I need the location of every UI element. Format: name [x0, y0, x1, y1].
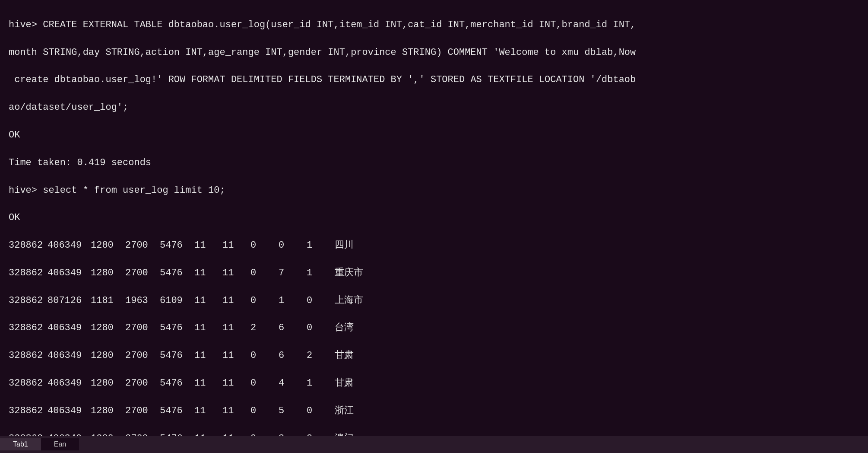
terminal-line: ao/dataset/user_log'; — [9, 101, 859, 115]
table-cell: 0 — [250, 349, 279, 363]
table-cell: 1 — [307, 239, 335, 252]
table-row: 3288624063491280270054761111062甘肃 — [9, 349, 859, 363]
table-cell: 406349 — [48, 404, 91, 418]
table-cell: 四川 — [335, 239, 378, 252]
table-cell: 11 — [222, 294, 250, 308]
table-cell: 5476 — [160, 266, 194, 280]
bottom-bar: Tab1 Ean — [0, 436, 868, 453]
table-cell: 2700 — [125, 321, 160, 335]
table-cell: 11 — [222, 376, 250, 390]
table-cell: 406349 — [48, 349, 91, 363]
table-cell: 328862 — [9, 239, 48, 252]
table-cell: 1 — [279, 294, 307, 308]
table-cell: 11 — [194, 321, 222, 335]
table-cell: 0 — [307, 321, 335, 335]
table-cell: 11 — [222, 266, 250, 280]
table-cell: 甘肃 — [335, 349, 378, 363]
table-cell: 5476 — [160, 376, 194, 390]
table-cell: 1280 — [91, 404, 125, 418]
table-cell: 1963 — [125, 294, 160, 308]
table-cell: 1280 — [91, 239, 125, 252]
table-cell: 5476 — [160, 404, 194, 418]
bottom-tab-1[interactable]: Tab1 — [0, 438, 41, 450]
table-row: 3288624063491280270054761111041甘肃 — [9, 376, 859, 390]
table-cell: 0 — [250, 294, 279, 308]
table-cell: 0 — [307, 294, 335, 308]
table-cell: 406349 — [48, 266, 91, 280]
table-cell: 2700 — [125, 266, 160, 280]
table-cell: 328862 — [9, 294, 48, 308]
table-cell: 重庆市 — [335, 266, 378, 280]
table-cell: 上海市 — [335, 294, 378, 308]
table-cell: 1280 — [91, 349, 125, 363]
bottom-tab-ean[interactable]: Ean — [41, 438, 79, 450]
table-cell: 406349 — [48, 376, 91, 390]
table-cell: 5476 — [160, 239, 194, 252]
table-cell: 2 — [250, 321, 279, 335]
table-cell: 2 — [307, 349, 335, 363]
table-cell: 807126 — [48, 294, 91, 308]
table-row: 3288624063491280270054761111071重庆市 — [9, 266, 859, 280]
table-cell: 甘肃 — [335, 376, 378, 390]
table-cell: 11 — [194, 266, 222, 280]
table-cell: 0 — [250, 404, 279, 418]
table-cell: 406349 — [48, 239, 91, 252]
table-cell: 6109 — [160, 294, 194, 308]
table-cell: 328862 — [9, 321, 48, 335]
table-cell: 1280 — [91, 321, 125, 335]
table-cell: 0 — [250, 266, 279, 280]
table-cell: 11 — [194, 294, 222, 308]
table-cell: 2700 — [125, 376, 160, 390]
terminal-line: hive> select * from user_log limit 10; — [9, 184, 859, 198]
table-cell: 5476 — [160, 349, 194, 363]
table-cell: 2700 — [125, 349, 160, 363]
table-cell: 1 — [307, 376, 335, 390]
table-row: 3288624063491280270054761111260台湾 — [9, 321, 859, 335]
table-cell: 0 — [307, 404, 335, 418]
table-cell: 0 — [279, 239, 307, 252]
table-cell: 0 — [250, 376, 279, 390]
table-cell: 4 — [279, 376, 307, 390]
table-cell: 11 — [194, 349, 222, 363]
table-cell: 浙江 — [335, 404, 378, 418]
table-cell: 11 — [222, 404, 250, 418]
table-cell: 1280 — [91, 266, 125, 280]
table-cell: 2700 — [125, 239, 160, 252]
ok-status: OK — [9, 211, 859, 225]
table-cell: 0 — [250, 239, 279, 252]
table-cell: 11 — [194, 404, 222, 418]
terminal-line: create dbtaobao.user_log!' ROW FORMAT DE… — [9, 73, 859, 87]
time-taken: Time taken: 0.419 seconds — [9, 156, 859, 170]
table-cell: 1181 — [91, 294, 125, 308]
table-cell: 台湾 — [335, 321, 378, 335]
ok-status: OK — [9, 128, 859, 142]
table-cell: 11 — [222, 239, 250, 252]
table-cell: 5 — [279, 404, 307, 418]
table-cell: 7 — [279, 266, 307, 280]
table-row: 3288624063491280270054761111001四川 — [9, 239, 859, 252]
table-cell: 5476 — [160, 321, 194, 335]
terminal-window: hive> CREATE EXTERNAL TABLE dbtaobao.use… — [9, 4, 859, 453]
table-cell: 1280 — [91, 376, 125, 390]
table-row: 3288628071261181196361091111010上海市 — [9, 294, 859, 308]
terminal-line: month STRING,day STRING,action INT,age_r… — [9, 46, 859, 60]
table-cell: 328862 — [9, 266, 48, 280]
table-cell: 406349 — [48, 321, 91, 335]
table-row: 3288624063491280270054761111050浙江 — [9, 404, 859, 418]
table-cell: 6 — [279, 321, 307, 335]
table-cell: 328862 — [9, 376, 48, 390]
table-cell: 2700 — [125, 404, 160, 418]
table-cell: 11 — [222, 349, 250, 363]
table-cell: 328862 — [9, 349, 48, 363]
table-cell: 11 — [194, 239, 222, 252]
table-cell: 6 — [279, 349, 307, 363]
table-cell: 11 — [222, 321, 250, 335]
table-cell: 11 — [194, 376, 222, 390]
table-cell: 328862 — [9, 404, 48, 418]
terminal-line: hive> CREATE EXTERNAL TABLE dbtaobao.use… — [9, 18, 859, 32]
table-cell: 1 — [307, 266, 335, 280]
